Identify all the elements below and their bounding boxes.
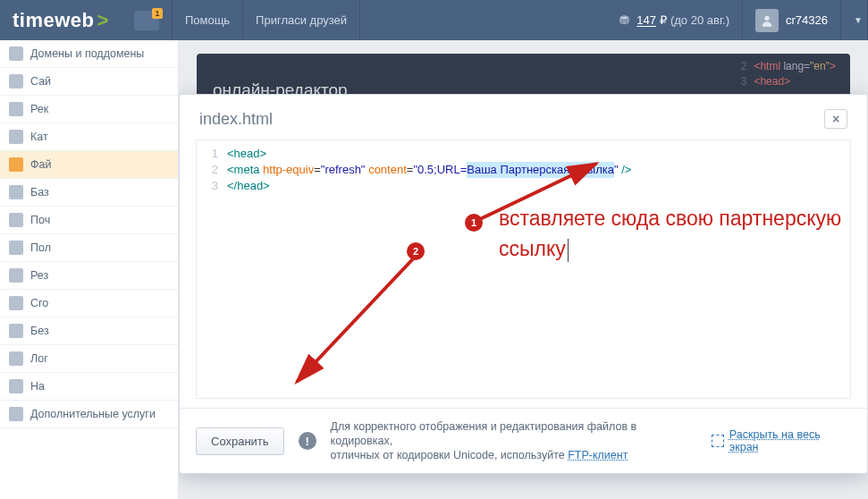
sidebar-item-security[interactable]: Без xyxy=(0,317,178,345)
cron-icon xyxy=(9,296,23,310)
username: cr74326 xyxy=(786,13,828,27)
annotation-text: вставляете сюда свою партнерскую ссылку xyxy=(499,203,841,264)
domain-icon xyxy=(9,47,23,61)
logo[interactable]: timeweb> xyxy=(0,0,122,40)
db-icon xyxy=(9,185,23,199)
invite-link[interactable]: Пригласи друзей xyxy=(243,0,360,40)
sidebar-item-sites[interactable]: Сай xyxy=(0,68,178,96)
sidebar-item-extra[interactable]: Дополнительные услуги xyxy=(0,401,178,428)
balance-block[interactable]: ⛃ 147 ₽ (до 20 авг.) xyxy=(607,0,743,40)
sidebar-item-cron[interactable]: Cro xyxy=(0,290,178,317)
sidebar-item-logs[interactable]: Лог xyxy=(0,345,178,373)
footer-info-text: Для корректного отображения и редактиров… xyxy=(331,419,697,462)
sidebar-item-stats[interactable]: На xyxy=(0,373,178,401)
modal-footer: Сохранить ! Для корректного отображения … xyxy=(180,408,867,473)
save-button[interactable]: Сохранить xyxy=(196,427,284,455)
extra-icon xyxy=(9,407,23,421)
expand-icon xyxy=(712,435,724,447)
backup-icon xyxy=(9,268,23,283)
text-cursor xyxy=(568,239,569,262)
code-editor[interactable]: 1<head> 2<meta http-equiv="refresh" cont… xyxy=(196,140,851,399)
user-block[interactable]: cr74326 xyxy=(743,0,841,40)
sidebar-item-ads[interactable]: Рек xyxy=(0,96,178,123)
notification-badge: 1 xyxy=(152,8,163,19)
stats-icon xyxy=(9,379,23,393)
catalog-icon xyxy=(9,130,23,144)
annotation-marker-2: 2 xyxy=(407,242,425,260)
avatar-icon xyxy=(755,9,779,32)
notification-icon: 1 xyxy=(134,11,159,30)
mail-icon xyxy=(9,213,23,227)
notifications-button[interactable]: 1 xyxy=(122,0,173,40)
users-icon xyxy=(9,241,23,255)
annotation-marker-1: 1 xyxy=(465,214,483,232)
ftp-client-link[interactable]: FTP-клиент xyxy=(568,449,628,461)
currency: ₽ xyxy=(660,13,667,27)
main-shell: Домены и поддомены Сай Рек Кат Фай Баз П… xyxy=(0,40,868,499)
user-menu-caret[interactable]: ▼ xyxy=(841,0,868,40)
svg-point-0 xyxy=(764,15,769,20)
content-area: онлайн-редактор 2<html lang="en"> 3<head… xyxy=(179,40,868,499)
top-bar: timeweb> 1 Помощь Пригласи друзей ⛃ 147 … xyxy=(0,0,868,40)
sidebar-item-users[interactable]: Пол xyxy=(0,234,178,262)
sidebar-item-mail[interactable]: Поч xyxy=(0,207,178,234)
modal-header: index.html × xyxy=(180,95,867,140)
shield-icon xyxy=(9,324,23,338)
svg-line-2 xyxy=(297,251,420,382)
expand-fullscreen-link[interactable]: Раскрыть на весь экран xyxy=(712,428,851,453)
wallet-icon: ⛃ xyxy=(619,13,629,27)
sidebar-item-db[interactable]: Баз xyxy=(0,179,178,207)
sidebar-item-domains[interactable]: Домены и поддомены xyxy=(0,40,178,68)
balance-note: (до 20 авг.) xyxy=(670,13,729,27)
folder-icon xyxy=(9,157,23,172)
editor-modal: index.html × 1<head> 2<meta http-equiv="… xyxy=(179,94,868,474)
sidebar-item-catalog[interactable]: Кат xyxy=(0,123,178,151)
ads-icon xyxy=(9,102,23,116)
sidebar-item-files[interactable]: Фай xyxy=(0,151,178,179)
logs-icon xyxy=(9,351,23,366)
site-icon xyxy=(9,74,23,89)
modal-close-button[interactable]: × xyxy=(824,109,847,129)
modal-backdrop: index.html × 1<head> 2<meta http-equiv="… xyxy=(179,40,868,499)
partner-link-placeholder[interactable]: Ваша Партнерская Ссылка xyxy=(467,162,614,178)
info-icon: ! xyxy=(299,432,316,450)
logo-arrow-icon: > xyxy=(97,9,109,32)
help-link[interactable]: Помощь xyxy=(173,0,243,40)
logo-text: timeweb xyxy=(13,9,95,32)
sidebar-item-backup[interactable]: Рез xyxy=(0,262,178,290)
modal-title: index.html xyxy=(199,110,273,129)
balance-amount: 147 xyxy=(636,13,656,27)
sidebar: Домены и поддомены Сай Рек Кат Фай Баз П… xyxy=(0,40,179,499)
